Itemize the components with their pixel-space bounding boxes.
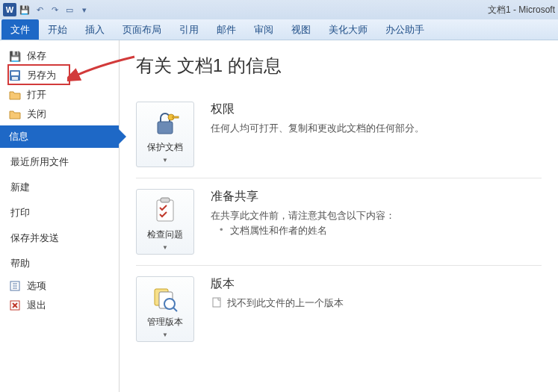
sidebar-item-help[interactable]: 帮助	[0, 251, 119, 276]
tab-review[interactable]: 审阅	[245, 19, 282, 40]
open-folder-icon	[9, 89, 21, 101]
backstage-content: 有关 文档1 的信息 保护文档 ▼ 权限 任何人均可打开、复制和更改此文档的任何…	[120, 40, 558, 392]
chevron-down-icon: ▼	[162, 157, 168, 164]
sidebar-item-new[interactable]: 新建	[0, 175, 119, 200]
section-heading: 权限	[211, 102, 542, 117]
redo-icon[interactable]: ↷	[49, 4, 60, 15]
save-icon[interactable]: 💾	[19, 4, 30, 15]
svg-rect-1	[11, 72, 19, 75]
options-icon	[9, 280, 21, 292]
big-button-label: 检查问题	[147, 228, 183, 241]
backstage: 💾 保存 另存为 打开 关闭 信息 最近所用文件 新建 打印 保存并发送	[0, 40, 558, 392]
sidebar-label: 关闭	[27, 108, 46, 121]
protect-document-button[interactable]: 保护文档 ▼	[136, 102, 194, 167]
app-icon: W	[3, 3, 16, 16]
blank-icon[interactable]: ▭	[64, 4, 75, 15]
sidebar-item-options[interactable]: 选项	[0, 276, 119, 296]
ribbon-tab-bar: 文件 开始 插入 页面布局 引用 邮件 审阅 视图 美化大师 办公助手	[0, 19, 558, 40]
sidebar-item-print[interactable]: 打印	[0, 200, 119, 225]
sidebar-item-info[interactable]: 信息	[0, 125, 119, 148]
svg-point-17	[164, 299, 175, 309]
quick-access-toolbar: 💾 ↶ ↷ ▭ ▾	[19, 4, 90, 15]
versions-icon	[150, 283, 180, 313]
backstage-sidebar: 💾 保存 另存为 打开 关闭 信息 最近所用文件 新建 打印 保存并发送	[0, 40, 120, 392]
versions-text: 找不到此文件的上一个版本	[227, 297, 344, 308]
tab-home[interactable]: 开始	[39, 19, 76, 40]
checklist-icon	[150, 196, 180, 225]
tab-page-layout[interactable]: 页面布局	[114, 19, 170, 40]
manage-versions-button[interactable]: 管理版本 ▼	[136, 276, 194, 342]
section-prepare-share: 检查问题 ▼ 准备共享 在共享此文件前，请注意其包含以下内容： 文档属性和作者的…	[136, 178, 542, 266]
chevron-down-icon: ▼	[162, 332, 168, 338]
permissions-info: 权限 任何人均可打开、复制和更改此文档的任何部分。	[211, 102, 542, 167]
sidebar-label: 选项	[27, 279, 46, 293]
sidebar-item-open[interactable]: 打开	[0, 85, 119, 105]
tab-references[interactable]: 引用	[170, 19, 208, 40]
svg-line-18	[173, 308, 177, 311]
undo-icon[interactable]: ↶	[34, 4, 45, 15]
big-button-label: 管理版本	[147, 316, 183, 329]
sidebar-item-save-as[interactable]: 另存为	[0, 66, 119, 85]
sidebar-label: 退出	[27, 299, 46, 312]
check-issues-button[interactable]: 检查问题 ▼	[136, 189, 194, 255]
sidebar-item-recent[interactable]: 最近所用文件	[0, 149, 119, 175]
page-title: 有关 文档1 的信息	[136, 54, 542, 78]
save-as-icon	[9, 69, 21, 81]
sidebar-item-close[interactable]: 关闭	[0, 105, 119, 124]
sidebar-label: 保存	[27, 49, 46, 63]
tab-mailings[interactable]: 邮件	[208, 19, 245, 40]
svg-rect-12	[173, 116, 179, 118]
section-permissions: 保护文档 ▼ 权限 任何人均可打开、复制和更改此文档的任何部分。	[136, 91, 542, 178]
svg-rect-13	[157, 200, 173, 221]
tab-insert[interactable]: 插入	[76, 19, 114, 40]
sidebar-label: 打开	[27, 88, 46, 102]
sidebar-label: 信息	[9, 130, 28, 143]
document-title: 文档1 - Microsoft	[488, 4, 555, 16]
section-heading: 准备共享	[211, 189, 542, 205]
section-text: 任何人均可打开、复制和更改此文档的任何部分。	[211, 122, 542, 135]
lock-key-icon	[150, 108, 180, 138]
sidebar-label: 另存为	[27, 69, 56, 82]
document-small-icon	[211, 296, 223, 308]
svg-rect-10	[158, 122, 173, 134]
sidebar-item-save-send[interactable]: 保存并发送	[0, 225, 119, 251]
section-versions: 管理版本 ▼ 版本 找不到此文件的上一个版本	[136, 266, 542, 352]
versions-info: 版本 找不到此文件的上一个版本	[211, 276, 542, 342]
section-heading: 版本	[211, 276, 542, 292]
svg-rect-14	[161, 198, 170, 202]
tab-beautify[interactable]: 美化大师	[320, 19, 376, 40]
chevron-down-icon: ▼	[162, 244, 168, 251]
section-text: 找不到此文件的上一个版本	[211, 296, 542, 310]
qat-dropdown-icon[interactable]: ▾	[79, 4, 90, 15]
sidebar-item-exit[interactable]: 退出	[0, 296, 119, 315]
tab-file[interactable]: 文件	[1, 19, 39, 40]
bullet-item: 文档属性和作者的姓名	[230, 224, 542, 237]
svg-rect-2	[12, 77, 18, 80]
big-button-label: 保护文档	[147, 141, 183, 154]
section-text: 在共享此文件前，请注意其包含以下内容：	[211, 209, 542, 223]
save-icon: 💾	[9, 50, 21, 62]
svg-rect-19	[213, 298, 220, 307]
sidebar-item-save[interactable]: 💾 保存	[0, 46, 119, 66]
close-folder-icon	[9, 108, 21, 120]
tab-view[interactable]: 视图	[282, 19, 320, 40]
tab-office-helper[interactable]: 办公助手	[376, 19, 433, 40]
prepare-share-info: 准备共享 在共享此文件前，请注意其包含以下内容： 文档属性和作者的姓名	[211, 189, 542, 255]
exit-icon	[9, 299, 21, 311]
title-text-area: 文档1 - Microsoft	[488, 4, 555, 16]
titlebar: W 💾 ↶ ↷ ▭ ▾ 文档1 - Microsoft	[0, 0, 558, 19]
